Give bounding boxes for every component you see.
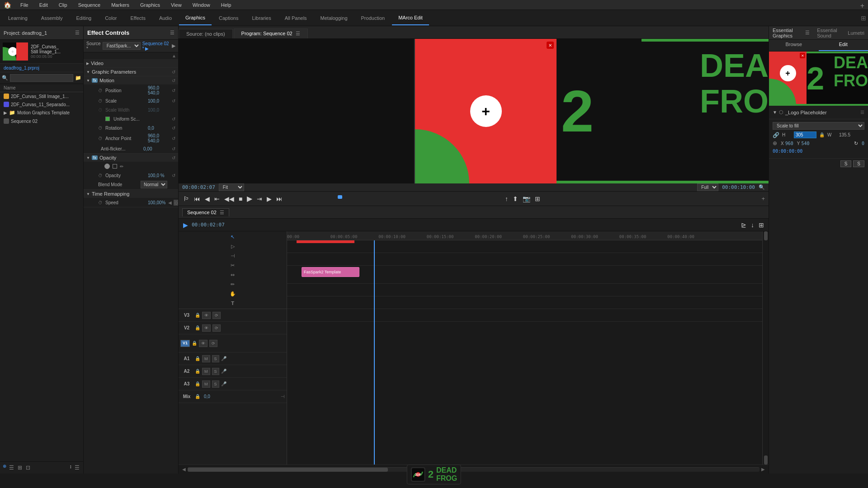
timeline-scroll-top[interactable]	[764, 231, 768, 240]
source-monitor-tab[interactable]: Source: (no clips)	[179, 29, 233, 38]
zoom-icon[interactable]: 🔍	[759, 184, 765, 190]
menu-markers[interactable]: Markers	[109, 1, 131, 9]
track-v1-vis[interactable]: 👁	[199, 340, 208, 347]
project-item-curvas1[interactable]: 2DF_Curvas_Still Image_1...	[0, 92, 83, 100]
tl-slip[interactable]: ⇔	[228, 270, 237, 279]
ec-scroll-up[interactable]: ▲	[172, 53, 176, 58]
ec-time-remapping-header[interactable]: ▼ Time Remapping	[84, 190, 178, 198]
track-v3-sync[interactable]: ⟳	[212, 312, 221, 319]
tab-metalogging[interactable]: Metalogging	[314, 11, 354, 25]
blend-mode-select[interactable]: Normal	[141, 181, 167, 188]
opacity-circle-icon[interactable]	[104, 164, 110, 169]
lock-a3-icon[interactable]: 🔒	[195, 381, 200, 386]
track-a1-m[interactable]: M	[202, 355, 210, 362]
project-settings-btn[interactable]: ☰	[74, 464, 80, 472]
ec-opacity-header[interactable]: ▼ fx Opacity ↺	[84, 154, 178, 162]
tl-play-btn[interactable]: ▶	[182, 221, 189, 230]
eg-placeholder-header[interactable]: ▼ ⬡ _Logo Placeholder ☰	[773, 108, 864, 116]
tl-hand[interactable]: ✋	[228, 289, 237, 298]
anchor-value[interactable]: 960,0 540,0	[148, 133, 170, 143]
menu-file[interactable]: File	[19, 1, 30, 9]
ec-source-dropdown[interactable]: FastSpark...	[103, 42, 141, 50]
multi-cam-btn[interactable]: ⊞	[534, 194, 541, 203]
a2-track-content[interactable]	[287, 296, 769, 309]
opacity-pen-icon[interactable]: ✏	[120, 164, 123, 169]
add-track-btn[interactable]: +	[860, 2, 864, 10]
ec-menu-icon[interactable]: ☰	[170, 30, 175, 36]
go-out-btn[interactable]: ⇥	[256, 194, 263, 203]
v1-track-content[interactable]: FasSpark2 Template	[287, 266, 769, 284]
tab-assembly[interactable]: Assembly	[35, 11, 69, 25]
grid-view-btn[interactable]: ⊞	[17, 464, 23, 472]
go-in-btn[interactable]: ⇤	[213, 194, 221, 203]
eg-preview-close[interactable]: ✕	[800, 53, 805, 58]
lock-a1-icon[interactable]: 🔒	[195, 356, 200, 361]
eg-s2-btn[interactable]: S	[853, 160, 864, 167]
seq-tab-menu[interactable]: ☰	[220, 210, 224, 215]
scale-value[interactable]: 100,0	[148, 99, 159, 103]
tab-effects[interactable]: Effects	[124, 11, 151, 25]
eg-edit-tab[interactable]: Edit	[819, 40, 868, 51]
freeform-view-btn[interactable]: ⊡	[25, 464, 31, 472]
reset-scale[interactable]: ↺	[172, 99, 175, 103]
v2-track-content[interactable]	[287, 253, 769, 266]
tab-audio[interactable]: Audio	[153, 11, 178, 25]
speed-keyframe[interactable]: ◇	[174, 200, 178, 206]
eg-s1-btn[interactable]: S	[840, 160, 852, 167]
lumetri-title[interactable]: Lumetri	[848, 30, 864, 36]
reset-anchor[interactable]: ↺	[172, 136, 175, 141]
tab-editing[interactable]: Editing	[70, 11, 98, 25]
timeline-ruler[interactable]: 00:00 00:00:05:00 00:00:10:00 00:00:15:0…	[287, 231, 769, 240]
lock-v1-icon[interactable]: 🔒	[192, 341, 197, 346]
track-v2-sync[interactable]: ⟳	[212, 324, 221, 332]
menu-graphics[interactable]: Graphics	[138, 1, 162, 9]
add-marker-btn[interactable]: 🏳	[182, 194, 190, 203]
reset-opacity[interactable]: ↺	[172, 155, 175, 160]
menu-clip[interactable]: Clip	[57, 1, 69, 9]
speed-value[interactable]: 100,00%	[148, 200, 165, 205]
track-a3-m[interactable]: M	[202, 380, 210, 388]
reset-rotation[interactable]: ↺	[172, 126, 175, 131]
antiflicker-value[interactable]: 0,00	[143, 146, 152, 151]
step-back-btn[interactable]: ⏮	[193, 194, 201, 203]
opacity-rect-icon[interactable]	[113, 164, 117, 169]
close-button[interactable]: ✕	[547, 42, 554, 49]
tl-marker-btn[interactable]: ↓	[750, 221, 755, 230]
expand-icon[interactable]: ⊞	[861, 14, 866, 22]
x-value[interactable]: 960	[785, 141, 793, 146]
track-v2-vis[interactable]: 👁	[202, 324, 211, 332]
step-frame-back-btn[interactable]: ◀	[204, 194, 211, 203]
step-fwd-btn[interactable]: ⏭	[275, 194, 283, 203]
reset-graphic-params[interactable]: ↺	[172, 70, 175, 75]
reset-opacity-val[interactable]: ↺	[172, 173, 175, 178]
menu-edit[interactable]: Edit	[38, 1, 50, 9]
play-reverse-btn[interactable]: ◀◀	[223, 194, 235, 203]
reset-uniform-scale[interactable]: ↺	[172, 117, 175, 122]
track-a3-s[interactable]: S	[212, 380, 219, 388]
project-item-curvas2[interactable]: 2DF_Curvas_11_Separado...	[0, 100, 83, 108]
folder-icon[interactable]: 📁	[75, 75, 81, 81]
placeholder-menu[interactable]: ☰	[860, 110, 864, 115]
tab-all-panels[interactable]: All Panels	[278, 11, 313, 25]
reset-position[interactable]: ↺	[172, 88, 175, 93]
menu-help[interactable]: Help	[219, 1, 233, 9]
timeline-zoom-handle[interactable]	[188, 468, 388, 472]
opacity-value[interactable]: 100,0 %	[148, 173, 165, 178]
menu-view[interactable]: View	[169, 1, 184, 9]
es-title[interactable]: Essential Sound	[817, 28, 840, 38]
monitor-current-time[interactable]: 00:00:02:07	[182, 184, 215, 190]
tl-razor[interactable]: ✂	[228, 261, 237, 270]
project-link[interactable]: deadfrog_1.prproj	[4, 66, 39, 70]
app-home-icon[interactable]: 🏠	[4, 1, 11, 9]
program-monitor-tab[interactable]: Program: Sequence 02 ☰	[234, 28, 308, 38]
y-value[interactable]: 540	[801, 141, 809, 146]
tab-captions[interactable]: Captions	[212, 11, 245, 25]
a3-track-content[interactable]	[287, 309, 769, 322]
monitor-marker[interactable]	[338, 195, 342, 199]
export-frame-btn[interactable]: 📷	[522, 194, 531, 203]
project-item-motion-graphics[interactable]: ▶ 📁 Motion Graphics Template	[0, 108, 83, 117]
v3-track-content[interactable]	[287, 240, 769, 253]
tl-filter-btn[interactable]: ⊵	[740, 221, 747, 230]
ec-motion-header[interactable]: ▼ fx Motion ↺	[84, 76, 178, 84]
tl-current-time[interactable]: 00:00:02:07	[192, 222, 225, 228]
